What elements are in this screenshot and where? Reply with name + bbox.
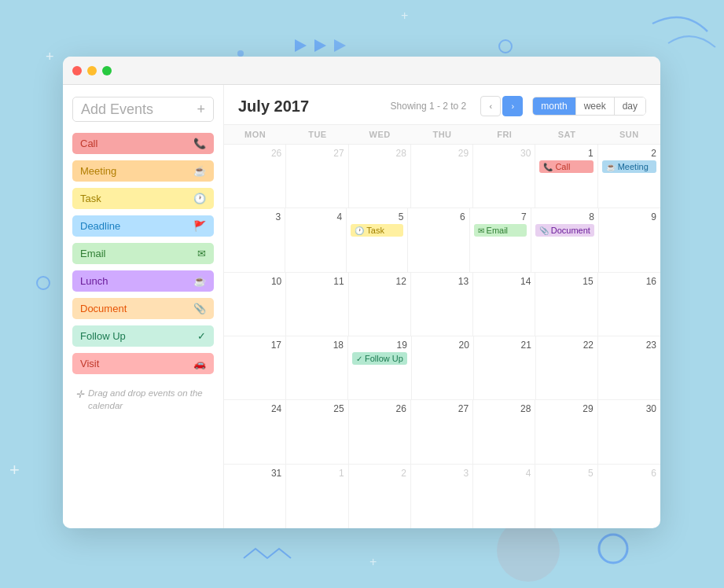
cal-day[interactable]: 31 <box>224 465 286 528</box>
day-number: 25 <box>290 403 344 414</box>
day-number: 13 <box>415 276 469 287</box>
week-view-button[interactable]: week <box>576 97 615 115</box>
cal-day[interactable]: 2 <box>349 465 411 528</box>
cal-day[interactable]: 16 <box>598 273 660 336</box>
cal-day[interactable]: 27 <box>286 145 348 208</box>
add-events-button[interactable]: Add Events + <box>72 97 214 122</box>
cal-day[interactable]: 11 <box>286 273 348 336</box>
day-header-thu: THU <box>411 125 473 144</box>
close-button[interactable] <box>72 66 82 75</box>
calendar-event[interactable]: 📎 Document <box>535 224 594 237</box>
cal-day[interactable]: 17 <box>224 336 286 399</box>
drag-hint: ✛ Drag and drop events on the calendar <box>72 387 214 412</box>
day-header-wed: WED <box>349 125 411 144</box>
cal-event-icon: ✉ <box>478 226 484 235</box>
minimize-button[interactable] <box>87 66 97 75</box>
cal-day[interactable]: 28 <box>473 400 535 463</box>
sidebar-event-task[interactable]: Task 🕐 <box>72 188 214 209</box>
event-icon: 🚩 <box>193 220 206 232</box>
cal-day[interactable]: 12 <box>349 273 411 336</box>
cal-day[interactable]: 27 <box>411 400 473 463</box>
sidebar-event-deadline[interactable]: Deadline 🚩 <box>72 215 214 237</box>
cal-event-icon: 🕐 <box>355 226 364 235</box>
cal-day[interactable]: 30 <box>473 145 535 208</box>
cal-day[interactable]: 18 <box>286 336 348 399</box>
cal-day[interactable]: 26 <box>349 400 411 463</box>
event-label: Visit <box>80 358 99 369</box>
calendar-event[interactable]: 🕐 Task <box>351 224 403 237</box>
sidebar-event-lunch[interactable]: Lunch ☕ <box>72 270 214 292</box>
cal-day[interactable]: 4 <box>285 208 347 271</box>
view-toggle: month week day <box>532 97 646 116</box>
svg-text:+: + <box>9 460 20 480</box>
cal-day[interactable]: 15 <box>535 273 597 336</box>
drag-icon: ✛ <box>75 388 84 402</box>
day-number: 22 <box>540 340 594 351</box>
day-number: 26 <box>353 403 406 414</box>
cal-day[interactable]: 6 <box>598 465 660 528</box>
day-number: 7 <box>474 211 527 222</box>
drag-hint-text: Drag and drop events on the calendar <box>88 387 211 412</box>
cal-day[interactable]: 9 <box>599 208 660 271</box>
cal-day[interactable]: 1📞 Call <box>535 145 597 208</box>
cal-day[interactable]: 5 <box>535 465 597 528</box>
cal-day[interactable]: 1 <box>286 465 348 528</box>
calendar-event[interactable]: ✉ Email <box>474 224 527 237</box>
sidebar-event-meeting[interactable]: Meeting ☕ <box>72 160 214 182</box>
month-view-button[interactable]: month <box>533 97 575 115</box>
svg-point-7 <box>499 40 512 53</box>
cal-day[interactable]: 2☕ Meeting <box>598 145 660 208</box>
day-number: 5 <box>351 211 403 222</box>
cal-day[interactable]: 28 <box>349 145 411 208</box>
svg-marker-6 <box>334 39 346 52</box>
sidebar-event-visit[interactable]: Visit 🚗 <box>72 353 214 374</box>
maximize-button[interactable] <box>102 66 112 75</box>
sidebar-event-followup[interactable]: Follow Up ✓ <box>72 325 214 347</box>
day-number: 19 <box>352 340 407 351</box>
calendar-area: July 2017 Showing 1 - 2 to 2 ‹ › month w… <box>224 85 660 528</box>
day-number: 4 <box>289 211 342 222</box>
cal-day[interactable]: 8📎 Document <box>531 208 599 271</box>
cal-day[interactable]: 3 <box>224 208 285 271</box>
sidebar-event-call[interactable]: Call 📞 <box>72 133 214 154</box>
calendar-event[interactable]: ☕ Meeting <box>602 160 656 173</box>
cal-day[interactable]: 3 <box>411 465 473 528</box>
cal-day[interactable]: 14 <box>473 273 535 336</box>
cal-event-label: Document <box>551 226 590 235</box>
event-label: Task <box>80 193 101 204</box>
cal-day[interactable]: 23 <box>598 336 660 399</box>
sidebar-event-email[interactable]: Email ✉ <box>72 243 214 264</box>
cal-day[interactable]: 4 <box>473 465 535 528</box>
cal-day[interactable]: 26 <box>224 145 286 208</box>
cal-day[interactable]: 5🕐 Task <box>347 208 408 271</box>
calendar-event[interactable]: ✓ Follow Up <box>352 352 407 365</box>
cal-day[interactable]: 7✉ Email <box>470 208 531 271</box>
cal-event-icon: ☕ <box>606 163 616 171</box>
calendar-event[interactable]: 📞 Call <box>539 160 593 173</box>
cal-day[interactable]: 29 <box>535 400 597 463</box>
cal-day[interactable]: 22 <box>536 336 598 399</box>
cal-day[interactable]: 10 <box>224 273 286 336</box>
svg-point-11 <box>599 535 627 563</box>
cal-day[interactable]: 21 <box>474 336 536 399</box>
sidebar-event-document[interactable]: Document 📎 <box>72 298 214 319</box>
day-number: 28 <box>477 403 531 414</box>
cal-day[interactable]: 6 <box>408 208 469 271</box>
cal-day[interactable]: 19✓ Follow Up <box>348 336 412 399</box>
cal-event-label: Call <box>555 162 570 171</box>
day-header-sun: SUN <box>598 125 660 144</box>
cal-day[interactable]: 20 <box>412 336 474 399</box>
week-row-1: 345🕐 Task67✉ Email8📎 Document9 <box>224 208 660 272</box>
event-icon: 📞 <box>193 138 206 149</box>
prev-button[interactable]: ‹ <box>480 96 501 116</box>
day-number: 21 <box>478 340 531 351</box>
cal-day[interactable]: 30 <box>598 400 660 463</box>
cal-day[interactable]: 29 <box>411 145 473 208</box>
next-button[interactable]: › <box>502 96 523 116</box>
cal-day[interactable]: 25 <box>286 400 348 463</box>
day-header-mon: MON <box>224 125 286 144</box>
day-view-button[interactable]: day <box>615 97 645 115</box>
cal-day[interactable]: 13 <box>411 273 473 336</box>
svg-marker-4 <box>295 39 307 52</box>
cal-day[interactable]: 24 <box>224 400 286 463</box>
